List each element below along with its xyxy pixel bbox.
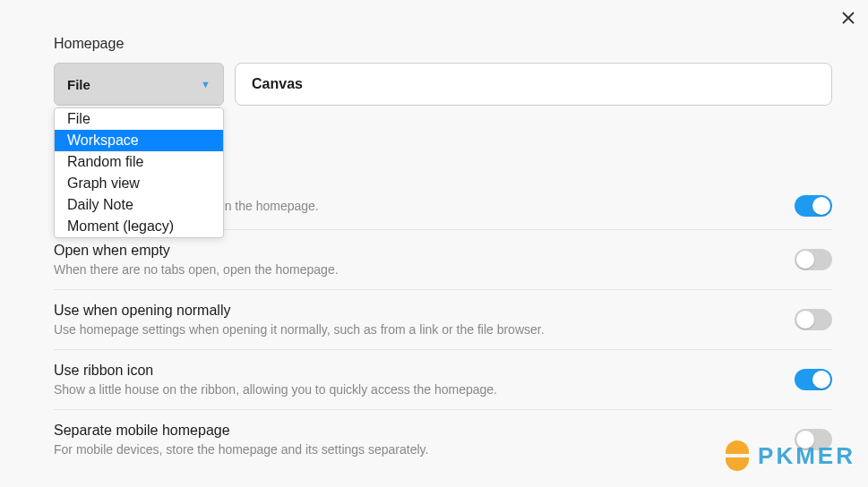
setting-row: Use ribbon iconShow a little house on th… — [54, 349, 832, 409]
setting-description: Show a little house on the ribbon, allow… — [54, 382, 795, 397]
toggle-switch[interactable] — [795, 249, 832, 270]
settings-modal: Homepage File ▼ FileWorkspaceRandom file… — [54, 36, 832, 487]
setting-title: Separate mobile homepage — [54, 423, 795, 439]
setting-text: Use when opening normallyUse homepage se… — [54, 303, 795, 337]
dropdown-option[interactable]: Workspace — [55, 130, 223, 151]
toggle-switch[interactable] — [795, 369, 832, 390]
toggle-switch[interactable] — [795, 309, 832, 330]
dropdown-selected-value: File — [67, 77, 90, 92]
setting-row: Open when emptyWhen there are no tabs op… — [54, 229, 832, 289]
toggle-knob — [812, 371, 830, 389]
close-button[interactable] — [838, 7, 859, 29]
close-icon — [842, 12, 855, 24]
setting-title: Use ribbon icon — [54, 363, 795, 379]
homepage-type-dropdown[interactable]: File ▼ — [54, 63, 224, 106]
section-label: Homepage — [54, 36, 832, 52]
dropdown-option[interactable]: File — [55, 108, 223, 130]
setting-title: Use when opening normally — [54, 303, 795, 319]
setting-text: Use ribbon iconShow a little house on th… — [54, 363, 795, 397]
watermark: PKMER — [722, 440, 855, 471]
setting-text: Separate mobile homepageFor mobile devic… — [54, 423, 795, 457]
setting-description: Use homepage settings when opening it no… — [54, 322, 795, 337]
setting-title: Open when empty — [54, 243, 795, 259]
watermark-icon — [722, 440, 752, 471]
watermark-text: PKMER — [758, 442, 855, 470]
toggle-knob — [796, 251, 814, 269]
setting-description: When there are no tabs open, open the ho… — [54, 262, 795, 277]
toggle-switch[interactable] — [795, 195, 832, 217]
setting-text: Open when emptyWhen there are no tabs op… — [54, 243, 795, 277]
toggle-knob — [796, 311, 814, 329]
setting-description: For mobile devices, store the homepage a… — [54, 442, 795, 457]
toggle-knob — [812, 197, 830, 215]
dropdown-option[interactable]: Daily Note — [55, 194, 223, 216]
setting-row: Use when opening normallyUse homepage se… — [54, 289, 832, 349]
dropdown-option[interactable]: Random file — [55, 151, 223, 173]
setting-row: Separate mobile homepageFor mobile devic… — [54, 409, 832, 469]
dropdown-option[interactable]: Moment (legacy) — [55, 216, 223, 237]
homepage-name-input[interactable] — [235, 63, 832, 106]
dropdown-menu: FileWorkspaceRandom fileGraph viewDaily … — [54, 107, 224, 238]
dropdown-option[interactable]: Graph view — [55, 173, 223, 194]
chevron-down-icon: ▼ — [201, 79, 211, 90]
